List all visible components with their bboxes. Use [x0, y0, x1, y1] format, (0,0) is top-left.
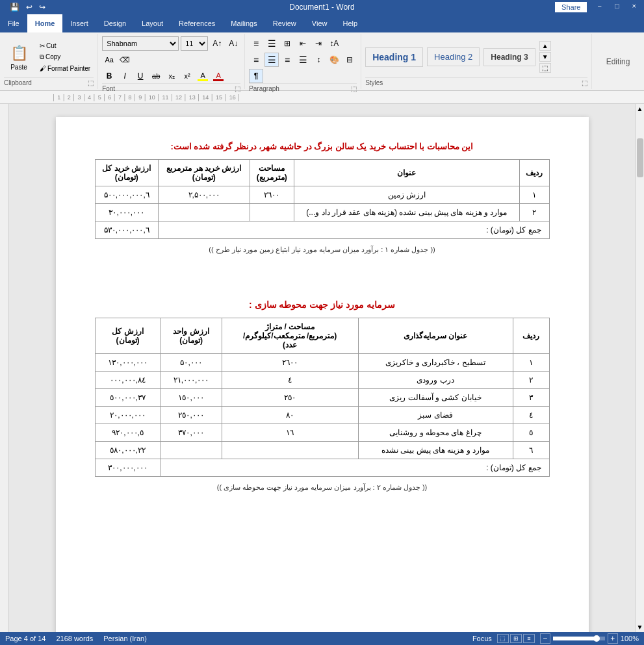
cut-icon: ✂ — [40, 42, 45, 49]
tab-references[interactable]: References — [171, 14, 223, 32]
format-painter-icon: 🖌 — [40, 65, 46, 72]
styles-expand-icon[interactable]: ⬚ — [582, 79, 587, 86]
font-color-button[interactable]: A — [211, 69, 225, 83]
view-buttons: ⬚ ⊞ ≡ — [497, 634, 535, 643]
subscript-button[interactable]: x₂ — [164, 69, 179, 83]
table-row: ردیف عنوان مساحت(مترمربع) ارزش خرید هر م… — [95, 160, 549, 186]
table2-caption: (( جدول شماره ۲ : برآورد میزان سرمایه مو… — [95, 483, 550, 492]
scroll-down-icon[interactable]: ▼ — [637, 624, 643, 631]
table-row: ۱ ارزش زمین ۲٦۰۰ ۲,۵۰۰,۰۰۰ ٦,۵۰۰,۰۰۰,۰۰۰ — [95, 186, 549, 204]
web-layout-view-btn[interactable]: ⊞ — [510, 634, 522, 643]
align-left-button[interactable]: ≡ — [249, 53, 263, 67]
tab-mailings[interactable]: Mailings — [223, 14, 264, 32]
table-row: ٤ فضای سبز ۸۰ ۲٥۰,۰۰۰ ۲۰,۰۰۰,۰۰۰ — [95, 407, 549, 424]
focus-button[interactable]: Focus — [472, 635, 492, 642]
scrollbar-thumb[interactable] — [637, 138, 643, 177]
italic-button[interactable]: I — [118, 69, 132, 83]
styles-scroll-down-icon[interactable]: ▼ — [539, 52, 551, 62]
scroll-right[interactable]: ▲ ▼ — [635, 104, 644, 632]
styles-expand-gallery-icon[interactable]: ⬚ — [539, 63, 551, 73]
print-layout-view-btn[interactable]: ⬚ — [497, 634, 509, 643]
sort-button[interactable]: ↕A — [327, 36, 341, 51]
status-bar: Page 4 of 14 2168 words Persian (Iran) F… — [0, 632, 644, 645]
tab-insert[interactable]: Insert — [62, 14, 96, 32]
clear-format-icon[interactable]: ⌫ — [118, 53, 132, 67]
table-row: ردیف عنوان سرمایه‌گذاری مساحت / متراژ(مت… — [95, 318, 549, 354]
font-expand-icon[interactable]: ⬚ — [235, 85, 240, 92]
zoom-slider-fill — [553, 637, 595, 640]
font-size-select[interactable]: 11 — [181, 36, 208, 51]
cut-button[interactable]: ✂ Cut — [36, 41, 94, 51]
undo-icon[interactable]: ↩ — [24, 3, 34, 12]
bullets-button[interactable]: ≡ — [249, 36, 263, 51]
save-icon[interactable]: 💾 — [8, 3, 21, 12]
decrease-font-icon[interactable]: A↓ — [226, 36, 240, 51]
superscript-button[interactable]: x² — [180, 69, 194, 83]
font-family-select[interactable]: Shabnam — [102, 36, 179, 51]
change-case-icon[interactable]: Aa — [102, 53, 116, 67]
increase-font-icon[interactable]: A↑ — [210, 36, 224, 51]
decrease-indent-button[interactable]: ⇤ — [296, 36, 310, 51]
document-area: این محاسبات با احتساب خرید یک سالن بزرگ … — [9, 104, 635, 632]
minimize-btn[interactable]: − — [595, 2, 604, 12]
clipboard-group-title: Clipboard — [4, 79, 32, 86]
read-mode-view-btn[interactable]: ≡ — [523, 634, 535, 643]
table-row-total: جمع کل (تومان) : ۳۰۰,۰۰۰,۰۰۰ — [95, 459, 549, 477]
justify-button[interactable]: ☰ — [296, 53, 310, 67]
style-heading2[interactable]: Heading 2 — [427, 47, 480, 66]
zoom-slider[interactable] — [553, 637, 605, 640]
paragraph-group: ≡ ☰ ⊞ ⇤ ⇥ ↕A ≡ ☰ ≡ ☰ ↕ 🎨 ⊟ ¶ Paragraph ⬚ — [245, 34, 361, 89]
scroll-left — [0, 104, 9, 632]
window-title: Document1 - Word — [289, 3, 354, 12]
intro-text: این محاسبات با احتساب خرید یک سالن بزرگ … — [95, 142, 550, 151]
tab-home[interactable]: Home — [27, 14, 63, 32]
tab-file[interactable]: File — [0, 14, 27, 32]
section2-heading: سرمایه مورد نیاز جهت محوطه سازی : — [95, 299, 550, 310]
underline-button[interactable]: U — [133, 69, 148, 83]
align-right-button[interactable]: ≡ — [280, 53, 294, 67]
zoom-in-button[interactable]: + — [608, 633, 618, 644]
zoom-out-button[interactable]: − — [540, 633, 550, 644]
multilevel-list-button[interactable]: ⊞ — [280, 36, 294, 51]
editing-label: Editing — [606, 57, 630, 66]
styles-group-title: Styles — [365, 79, 383, 86]
strikethrough-button[interactable]: ab — [149, 69, 163, 83]
share-button[interactable]: Share — [555, 2, 587, 12]
maximize-btn[interactable]: □ — [612, 2, 622, 12]
table-row: ٦ موارد و هزینه های پیش بینی نشده ۲۲,٥۸۰… — [95, 442, 549, 459]
text-highlight-button[interactable]: A — [196, 69, 210, 83]
copy-button[interactable]: ⧉ Copy — [36, 52, 94, 62]
paste-button[interactable]: 📋 Paste — [4, 40, 34, 74]
table-row: ۲ درب ورودی ٤ ۲۱,۰۰۰,۰۰۰ ۸٤,۰۰۰,۰۰۰ — [95, 372, 549, 389]
ruler: │ 1 │ 2 │ 3 │ 4 │ 5 │ 6 │ 7 │ 8 │ 9 │ 10… — [0, 91, 644, 104]
style-heading1[interactable]: Heading 1 — [365, 47, 423, 67]
styles-scroll-up-icon[interactable]: ▲ — [539, 41, 551, 51]
show-hide-button[interactable]: ¶ — [249, 69, 263, 83]
scroll-up-icon[interactable]: ▲ — [637, 105, 643, 112]
quick-access-toolbar: 💾 ↩ ↪ — [5, 0, 50, 14]
increase-indent-button[interactable]: ⇥ — [311, 36, 326, 51]
clipboard-expand-icon[interactable]: ⬚ — [88, 79, 94, 86]
font-color-bar — [213, 79, 224, 81]
zoom-controls: − + 100% — [540, 633, 639, 644]
tab-layout[interactable]: Layout — [134, 14, 171, 32]
tab-review[interactable]: Review — [265, 14, 304, 32]
close-btn[interactable]: × — [630, 2, 639, 12]
table-row: ۲ موارد و هزینه های پیش بینی نشده (هزینه… — [95, 204, 549, 221]
tab-view[interactable]: View — [304, 14, 335, 32]
bold-button[interactable]: B — [102, 69, 116, 83]
format-painter-button[interactable]: 🖌 Format Painter — [36, 64, 94, 73]
align-center-button[interactable]: ☰ — [264, 53, 279, 67]
tab-design[interactable]: Design — [96, 14, 134, 32]
line-spacing-button[interactable]: ↕ — [311, 53, 326, 67]
shading-button[interactable]: 🎨 — [327, 53, 341, 67]
editing-group: Editing — [592, 34, 644, 89]
copy-icon: ⧉ — [40, 53, 44, 61]
paragraph-expand-icon[interactable]: ⬚ — [351, 85, 357, 92]
style-heading3[interactable]: Heading 3 — [483, 48, 535, 66]
zoom-level: 100% — [621, 635, 639, 642]
redo-icon[interactable]: ↪ — [37, 3, 47, 12]
tab-help[interactable]: Help — [335, 14, 365, 32]
numbering-button[interactable]: ☰ — [264, 36, 279, 51]
borders-button[interactable]: ⊟ — [342, 53, 357, 67]
